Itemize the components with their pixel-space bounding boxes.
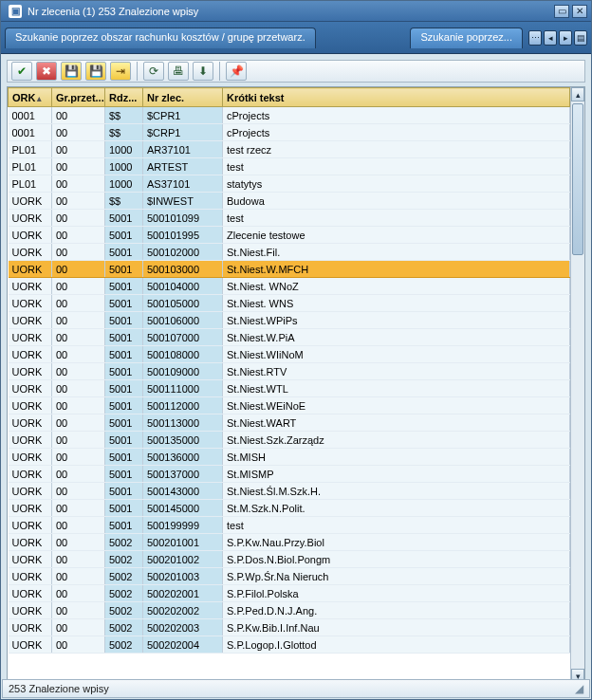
cell-nrz: $CRP1 <box>143 124 223 141</box>
table-row[interactable]: UORK005002500201003S.P.Wp.Śr.Na Nieruch <box>9 568 570 585</box>
table-row[interactable]: PL01001000ARTESTtest <box>9 158 570 175</box>
cell-nrz: ARTEST <box>143 158 223 175</box>
tab-secondary[interactable]: Szukanie poprzez... <box>410 28 523 48</box>
table-row[interactable]: UORK005001500108000St.Niest.WIiNoM <box>9 346 570 363</box>
save-button[interactable]: 💾 <box>61 62 82 81</box>
tab-bar: Szukanie poprzez obszar rachunku kosztów… <box>1 22 591 54</box>
table-row[interactable]: PL01001000AR37101test rzecz <box>9 141 570 158</box>
scroll-up-button[interactable]: ▴ <box>571 87 584 101</box>
cell-txt: S.P.Ped.D.N.J.Ang. <box>223 602 570 619</box>
table-row[interactable]: UORK005001500102000St.Niest.Fil. <box>9 244 570 261</box>
cell-rdz: 5002 <box>105 619 143 636</box>
cell-grp: 00 <box>52 227 105 244</box>
tab-primary[interactable]: Szukanie poprzez obszar rachunku kosztów… <box>5 28 316 48</box>
cell-txt: Zlecenie testowe <box>223 227 570 244</box>
pin-button[interactable]: 📌 <box>226 62 247 81</box>
table-row[interactable]: 000100$$$CRP1cProjects <box>9 124 570 141</box>
cell-rdz: 5001 <box>105 517 143 534</box>
cell-grp: 00 <box>52 363 105 380</box>
table-row[interactable]: UORK005002500202002S.P.Ped.D.N.J.Ang. <box>9 602 570 619</box>
table-row[interactable]: UORK005001500104000St.Niest. WNoZ <box>9 278 570 295</box>
table-row[interactable]: UORK005002500202003S.P.Kw.Bib.I.Inf.Nau <box>9 619 570 636</box>
cell-nrz: 500108000 <box>143 346 223 363</box>
cell-nrz: 500112000 <box>143 397 223 414</box>
table-row[interactable]: UORK005001500107000St.Niest.W.PiA <box>9 329 570 346</box>
cell-txt: S.P.Kw.Bib.I.Inf.Nau <box>223 619 570 636</box>
cell-txt: St.Niest.Szk.Zarządz <box>223 432 570 449</box>
tabs-prev-button[interactable]: ◂ <box>544 30 557 46</box>
cell-ork: UORK <box>9 244 52 261</box>
cell-grp: 00 <box>52 466 105 483</box>
scroll-track[interactable] <box>571 101 584 669</box>
table-row[interactable]: UORK005001500112000St.Niest.WEiNoE <box>9 397 570 414</box>
table-row[interactable]: UORK005001500137000St.MISMP <box>9 466 570 483</box>
cancel-button[interactable]: ✖ <box>36 62 57 81</box>
cell-ork: PL01 <box>9 158 52 175</box>
cell-nrz: 500202001 <box>143 585 223 602</box>
tabs-list-button[interactable]: ▤ <box>574 30 587 46</box>
toolbar: ✔ ✖ 💾 💾 ⇥ ⟳ 🖶 ⬇ 📌 <box>7 60 585 83</box>
table-row[interactable]: UORK005001500111000St.Niest.WTL <box>9 380 570 397</box>
refresh-button[interactable]: ⟳ <box>143 62 164 81</box>
cell-nrz: 500106000 <box>143 312 223 329</box>
table-row[interactable]: UORK00$$$INWESTBudowa <box>9 193 570 210</box>
table-row[interactable]: UORK005001500136000St.MISH <box>9 449 570 466</box>
col-header-krotkitekst[interactable]: Krótki tekst <box>223 88 570 107</box>
cell-nrz: AS37101 <box>143 175 223 193</box>
cell-rdz: $$ <box>105 193 143 210</box>
cell-nrz: 500201001 <box>143 534 223 551</box>
close-button[interactable]: ✕ <box>572 5 587 18</box>
results-grid[interactable]: ORK▴ Gr.przet... Rdz... Nr zlec. Krótki … <box>8 87 570 683</box>
table-row[interactable]: UORK005001500105000St.Niest. WNS <box>9 295 570 312</box>
table-row[interactable]: UORK005001500101099test <box>9 210 570 227</box>
export-button[interactable]: ⇥ <box>110 62 131 81</box>
table-row[interactable]: PL01001000AS37101statytys <box>9 175 570 193</box>
resize-grip-icon[interactable]: ◢ <box>575 682 583 695</box>
col-header-ork[interactable]: ORK▴ <box>9 88 52 107</box>
cell-grp: 00 <box>52 483 105 500</box>
cell-grp: 00 <box>52 141 105 158</box>
cell-grp: 00 <box>52 432 105 449</box>
table-row[interactable]: UORK005001500145000St.M.Szk.N.Polit. <box>9 500 570 517</box>
print-button[interactable]: 🖶 <box>168 62 189 81</box>
cell-txt: St.Niest.WIiNoM <box>223 346 570 363</box>
col-header-grprzet[interactable]: Gr.przet... <box>52 88 105 107</box>
download-button[interactable]: ⬇ <box>193 62 213 81</box>
table-row[interactable]: 000100$$$CPR1cProjects <box>9 107 570 124</box>
table-row[interactable]: UORK005001500103000St.Niest.W.MFCH <box>9 261 570 278</box>
vertical-scrollbar[interactable]: ▴ ▾ <box>570 87 584 683</box>
table-row[interactable]: UORK005001500106000St.Niest.WPiPs <box>9 312 570 329</box>
table-row[interactable]: UORK005001500113000St.Niest.WART <box>9 414 570 432</box>
tab-label: Szukanie poprzez obszar rachunku kosztów… <box>15 31 305 43</box>
table-row[interactable]: UORK005002500201002S.P.Dos.N.Biol.Pongm <box>9 551 570 568</box>
table-row[interactable]: UORK005002500202004S.P.Logop.I.Glottod <box>9 636 570 654</box>
cell-ork: UORK <box>9 585 52 602</box>
confirm-button[interactable]: ✔ <box>11 62 32 81</box>
cell-rdz: 5002 <box>105 534 143 551</box>
cell-txt: S.P.Kw.Nau.Przy.Biol <box>223 534 570 551</box>
table-row[interactable]: UORK005001500199999test <box>9 517 570 534</box>
scroll-thumb[interactable] <box>572 103 583 255</box>
cell-grp: 00 <box>52 244 105 261</box>
tabs-next-button[interactable]: ▸ <box>559 30 572 46</box>
save-all-button[interactable]: 💾 <box>85 62 106 81</box>
table-row[interactable]: UORK005001500135000St.Niest.Szk.Zarządz <box>9 432 570 449</box>
minimize-button[interactable]: ▭ <box>554 5 569 18</box>
cell-ork: UORK <box>9 466 52 483</box>
cell-grp: 00 <box>52 636 105 654</box>
cell-grp: 00 <box>52 619 105 636</box>
cell-nrz: AR37101 <box>143 141 223 158</box>
col-header-rdz[interactable]: Rdz... <box>105 88 143 107</box>
table-row[interactable]: UORK005002500202001S.P.Filol.Polska <box>9 585 570 602</box>
cell-nrz: 500101995 <box>143 227 223 244</box>
tabs-more-icon[interactable]: ⋯ <box>528 30 542 46</box>
cell-grp: 00 <box>52 568 105 585</box>
table-row[interactable]: UORK005001500101995Zlecenie testowe <box>9 227 570 244</box>
col-header-nrzlec[interactable]: Nr zlec. <box>143 88 223 107</box>
cell-rdz: 5001 <box>105 227 143 244</box>
cell-txt: St.M.Szk.N.Polit. <box>223 500 570 517</box>
table-row[interactable]: UORK005001500143000St.Niest.Śl.M.Szk.H. <box>9 483 570 500</box>
table-row[interactable]: UORK005002500201001S.P.Kw.Nau.Przy.Biol <box>9 534 570 551</box>
table-row[interactable]: UORK005001500109000St.Niest.RTV <box>9 363 570 380</box>
cell-txt: S.P.Wp.Śr.Na Nieruch <box>223 568 570 585</box>
